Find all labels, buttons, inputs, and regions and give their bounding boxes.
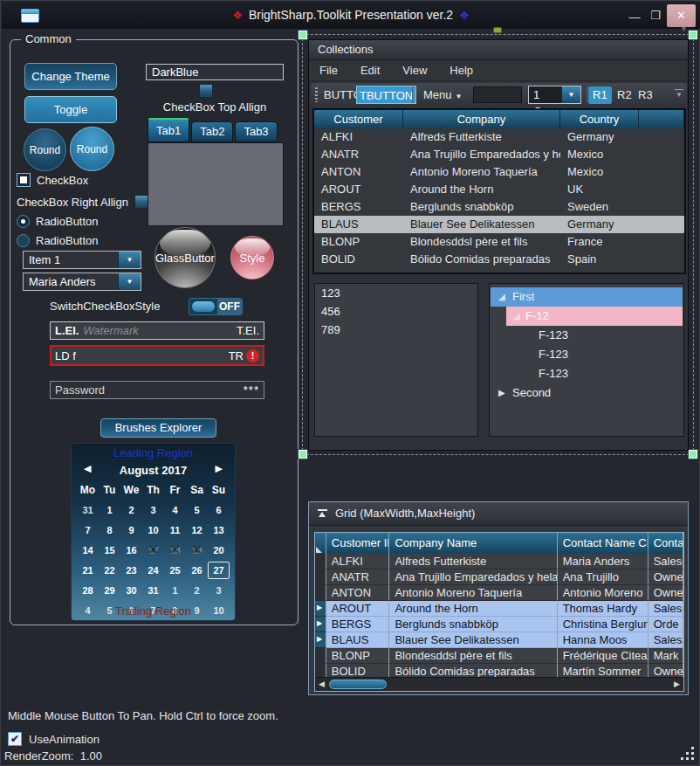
menu-item-view[interactable]: View bbox=[402, 64, 427, 77]
table-cell[interactable]: Maria Anders bbox=[558, 554, 649, 569]
table-cell[interactable]: UK bbox=[560, 181, 639, 198]
resize-handle-topleft[interactable] bbox=[299, 31, 307, 39]
table-cell[interactable]: Frédérique Citeaux bbox=[558, 648, 649, 664]
column-header-filler[interactable] bbox=[639, 110, 684, 128]
table-cell[interactable]: Germany bbox=[560, 216, 639, 233]
toolbar-radio-r3[interactable]: R3 bbox=[634, 86, 657, 104]
table-cell[interactable]: ANTON bbox=[314, 163, 403, 181]
table-cell[interactable]: Spain bbox=[560, 251, 639, 268]
table-cell[interactable]: Sales bbox=[649, 554, 683, 569]
chevron-down-icon[interactable]: ▼ bbox=[561, 86, 580, 103]
tree-item[interactable]: F-123 bbox=[491, 345, 683, 364]
table-cell[interactable]: Sweden bbox=[560, 198, 639, 216]
calendar-day[interactable]: 18 bbox=[164, 542, 186, 559]
table-cell[interactable]: BERGS bbox=[314, 198, 403, 216]
expanded-triangle-icon[interactable]: ◢ bbox=[513, 307, 520, 326]
table-row[interactable]: BLAUSBlauer See DelikatessenGermany bbox=[314, 216, 684, 233]
calendar-day[interactable]: 3 bbox=[142, 501, 164, 519]
calendar-day[interactable]: 12 bbox=[186, 521, 208, 539]
toolbar-combobox[interactable]: 1 Com ▼ bbox=[528, 86, 581, 104]
table-row[interactable]: ANATRAna Trujillo Emparedados y helaMexi… bbox=[314, 146, 684, 163]
calendar-day[interactable]: 10 bbox=[142, 521, 164, 539]
password-field[interactable]: Password *** bbox=[50, 381, 264, 399]
table-cell[interactable]: Ana Trujillo Emparedados y helados bbox=[389, 569, 557, 585]
calendar-day[interactable]: 4 bbox=[164, 501, 186, 519]
column-header-company[interactable]: Company bbox=[403, 110, 560, 128]
table-cell[interactable]: Around the Horn bbox=[389, 601, 557, 617]
table-row[interactable]: ANATRAna Trujillo Emparedados y heladosA… bbox=[315, 569, 683, 585]
toggle-button[interactable]: Toggle bbox=[24, 96, 117, 123]
calendar-day[interactable]: 11 bbox=[164, 521, 186, 539]
table-cell[interactable]: Berglunds snabbköp bbox=[389, 617, 557, 632]
table-cell[interactable]: Owne bbox=[649, 585, 683, 601]
row-header[interactable] bbox=[315, 601, 326, 617]
table-cell[interactable]: Orde bbox=[649, 617, 683, 632]
table-row[interactable]: BERGSBerglunds snabbköpSweden bbox=[314, 198, 684, 216]
table-cell[interactable]: Bólido Comidas preparadas bbox=[403, 251, 560, 268]
calendar-day[interactable]: 7 bbox=[77, 521, 99, 539]
calendar-day[interactable]: 27 bbox=[208, 562, 230, 579]
calendar-day[interactable]: 22 bbox=[99, 562, 120, 579]
grid-window-title-bar[interactable]: Grid (MaxWidth,MaxHeight) bbox=[309, 502, 688, 526]
table-cell[interactable]: Antonio Moreno Taquería bbox=[389, 585, 557, 601]
checkbox-top-box-icon[interactable] bbox=[199, 84, 213, 98]
calendar-day[interactable]: 28 bbox=[77, 582, 99, 599]
checkbox-checked-icon[interactable] bbox=[17, 173, 31, 187]
table-row[interactable]: BLONPBlondesddsl père et filsFrance bbox=[314, 233, 684, 251]
radio-unselected-icon[interactable] bbox=[17, 234, 30, 247]
table-cell[interactable]: Thomas Hardy bbox=[558, 601, 649, 617]
radio-selected-icon[interactable] bbox=[17, 215, 30, 228]
resize-grip-icon[interactable] bbox=[680, 746, 694, 760]
row-header[interactable] bbox=[315, 617, 326, 632]
brushes-explorer-button[interactable]: Brushes Explorer bbox=[100, 418, 216, 438]
table-cell[interactable]: BLONP bbox=[326, 648, 390, 664]
scroll-left-icon[interactable]: ◀ bbox=[319, 680, 325, 688]
column-header-contact-name-cn[interactable]: Contact Name CN bbox=[558, 533, 649, 554]
row-header[interactable] bbox=[315, 632, 326, 648]
table-row[interactable]: BLAUSBlauer See DelikatessenHanna MoosSa… bbox=[315, 632, 683, 648]
table-cell[interactable]: ALFKI bbox=[326, 554, 390, 569]
tree-item[interactable]: F-123 bbox=[491, 364, 683, 383]
tree-item[interactable]: ◢First bbox=[491, 287, 683, 307]
row-header[interactable] bbox=[315, 648, 326, 664]
calendar-day[interactable]: 24 bbox=[142, 562, 164, 579]
row-header-corner[interactable] bbox=[315, 533, 326, 554]
chevron-down-icon[interactable]: ▼ bbox=[118, 252, 141, 268]
menu-item-help[interactable]: Help bbox=[450, 64, 473, 77]
row-header[interactable] bbox=[315, 569, 326, 585]
tab-tab2[interactable]: Tab2 bbox=[191, 121, 233, 142]
list-item[interactable]: 456 bbox=[315, 302, 477, 321]
table-cell[interactable]: Blauer See Delikatessen bbox=[403, 216, 560, 233]
table-cell[interactable]: Antonio Moreno bbox=[558, 585, 649, 601]
list-item[interactable]: 789 bbox=[315, 321, 477, 339]
table-cell[interactable]: BERGS bbox=[326, 617, 390, 632]
table-cell[interactable]: Blondesddsl père et fils bbox=[389, 648, 557, 664]
switch-toggle[interactable]: OFF bbox=[189, 298, 243, 315]
menu-item-edit[interactable]: Edit bbox=[360, 64, 380, 77]
table-cell[interactable]: AROUT bbox=[314, 181, 403, 198]
chevron-down-icon[interactable]: ▼ bbox=[118, 273, 141, 290]
theme-name-textbox[interactable]: DarkBlue bbox=[146, 64, 284, 80]
table-row[interactable]: BOLIDBólido Comidas preparadasSpain bbox=[314, 251, 684, 268]
table-cell[interactable]: Antonio Moreno Taquería bbox=[403, 163, 560, 181]
toolbar-menu-button[interactable]: Menu▼ bbox=[421, 86, 464, 104]
calendar-day[interactable]: 23 bbox=[120, 562, 142, 579]
resize-handle-bottomright[interactable] bbox=[689, 450, 697, 459]
table-cell[interactable]: BLONP bbox=[314, 233, 403, 251]
calendar-day[interactable]: 30 bbox=[120, 582, 142, 599]
calendar-day[interactable]: 2 bbox=[120, 501, 142, 519]
table-cell[interactable]: ANATR bbox=[326, 569, 390, 585]
tree-item[interactable]: ▶Second bbox=[491, 383, 683, 403]
calendar-day[interactable]: 25 bbox=[164, 562, 186, 579]
pin-collapse-icon[interactable] bbox=[318, 509, 327, 518]
checkbox-row[interactable]: CheckBox bbox=[17, 173, 88, 187]
table-cell[interactable]: Berglunds snabbköp bbox=[403, 198, 560, 216]
table-cell[interactable]: Owne bbox=[649, 569, 683, 585]
toolbar-toggle-button[interactable]: TBUTTON bbox=[356, 86, 416, 104]
column-header-country[interactable]: Country bbox=[560, 110, 639, 128]
toolbar-textbox[interactable] bbox=[473, 86, 522, 103]
table-cell[interactable]: Mexico bbox=[560, 146, 639, 163]
table-cell[interactable]: ALFKI bbox=[314, 128, 403, 146]
checkbox-right-box-icon[interactable] bbox=[134, 195, 148, 209]
calendar-day[interactable]: 19 bbox=[186, 542, 208, 559]
